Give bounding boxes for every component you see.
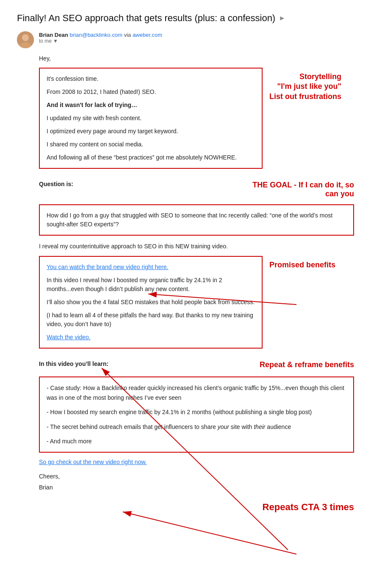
confession-line7: And following all of these “best practic… [47, 153, 255, 162]
learn-item1: - Case study: How a Backlinko reader qui… [47, 383, 346, 402]
question-box: How did I go from a guy that struggled w… [39, 204, 354, 236]
cta-link[interactable]: So go check out the new video right now. [39, 459, 147, 465]
sender-email: brian@backlinko.com via aweber.com [70, 32, 162, 38]
promised-annotation: Promised benefits [269, 260, 335, 270]
to-me[interactable]: to me ▼ [39, 38, 162, 44]
cta-annotation: Repeats CTA 3 times [263, 501, 354, 514]
sender-via-link[interactable]: aweber.com [133, 32, 162, 38]
confession-line1: It's confession time. [47, 74, 255, 83]
repeat-annotation: Repeat & reframe benefits [260, 360, 354, 369]
watch-link-1[interactable]: You can watch the brand new video right … [47, 264, 168, 270]
in-video-label: In this video you’ll learn: [39, 360, 108, 367]
title-text: Finally! An SEO approach that gets resul… [17, 13, 275, 24]
confession-line3: And it wasn't for lack of trying… [47, 101, 255, 110]
confession-line2: From 2008 to 2012, I hated (hated!) SEO. [47, 88, 255, 96]
confession-line6: I shared my content on social media. [47, 140, 255, 149]
confession-annotation: Storytelling "I'm just like you" List ou… [269, 72, 341, 102]
email-title: Finally! An SEO approach that gets resul… [17, 13, 354, 24]
svg-line-6 [123, 512, 296, 554]
learn-item4: - And much more [47, 437, 346, 446]
closing: Cheers, Brian [39, 471, 354, 492]
benefit-para2: I’ll also show you the 4 fatal SEO mista… [47, 298, 255, 307]
sender-name: Brian Dean [39, 32, 68, 38]
confession-box: It's confession time. From 2008 to 2012,… [39, 68, 263, 169]
sender-info: Brian Dean brian@backlinko.com via awebe… [39, 31, 162, 44]
promised-benefits-box: You can watch the brand new video right … [39, 256, 263, 349]
sender-row: Brian Dean brian@backlinko.com via awebe… [17, 31, 354, 48]
svg-point-1 [22, 34, 29, 41]
confession-line5: I optimized every page around my target … [47, 127, 255, 136]
learn-item2: - How I boosted my search engine traffic… [47, 407, 346, 417]
learn-item3: - The secret behind outreach emails that… [47, 422, 346, 431]
watch-link-2[interactable]: Watch the video. [47, 334, 91, 341]
email-body: Hey, It's confession time. From 2008 to … [39, 55, 354, 513]
question-label: Question is: [39, 181, 73, 187]
sender-email-link[interactable]: brian@backlinko.com [70, 32, 122, 38]
sender-name-line: Brian Dean brian@backlinko.com via awebe… [39, 31, 162, 38]
reveal-para: I reveal my counterintuitive approach to… [39, 242, 354, 251]
avatar [17, 31, 34, 48]
chevron-icon: ► [279, 14, 285, 22]
benefit-para1: In this video I reveal how I boosted my … [47, 276, 255, 294]
greeting: Hey, [39, 55, 354, 62]
in-video-row: In this video you’ll learn: Repeat & ref… [39, 360, 354, 371]
learn-box: - Case study: How a Backlinko reader qui… [39, 376, 354, 453]
goal-annotation: THE GOAL - If I can do it, so can you [244, 181, 354, 198]
confession-line4: I updated my site with fresh content. [47, 114, 255, 123]
benefits-list: - Case study: How a Backlinko reader qui… [47, 383, 346, 446]
benefit-para3: (I had to learn all 4 of these pitfalls … [47, 311, 255, 329]
question-row: Question is: THE GOAL - If I can do it, … [39, 181, 354, 198]
